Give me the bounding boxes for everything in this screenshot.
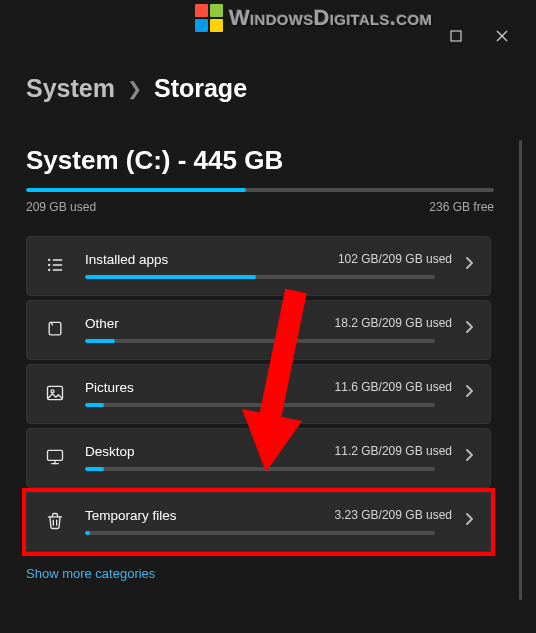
list-icon bbox=[43, 255, 67, 275]
chevron-right-icon bbox=[464, 448, 474, 466]
category-label: Pictures bbox=[85, 380, 134, 395]
category-usage-bar bbox=[85, 403, 435, 407]
category-temporary-files[interactable]: Temporary files3.23 GB/209 GB used bbox=[26, 492, 491, 552]
category-pictures[interactable]: Pictures11.6 GB/209 GB used bbox=[26, 364, 491, 424]
category-usage-label: 18.2 GB/209 GB used bbox=[335, 316, 452, 330]
folder-icon bbox=[43, 319, 67, 339]
close-button[interactable] bbox=[494, 28, 510, 44]
category-usage-label: 11.2 GB/209 GB used bbox=[335, 444, 452, 458]
svg-rect-0 bbox=[451, 31, 461, 41]
category-usage-bar bbox=[85, 531, 435, 535]
drive-title: System (C:) - 445 GB bbox=[26, 145, 510, 176]
chevron-right-icon bbox=[464, 384, 474, 402]
category-usage-bar bbox=[85, 275, 435, 279]
monitor-icon bbox=[43, 447, 67, 467]
drive-free-label: 236 GB free bbox=[429, 200, 494, 214]
svg-point-8 bbox=[51, 390, 54, 393]
category-label: Desktop bbox=[85, 444, 135, 459]
category-usage-label: 11.6 GB/209 GB used bbox=[335, 380, 452, 394]
category-desktop[interactable]: Desktop11.2 GB/209 GB used bbox=[26, 428, 491, 488]
chevron-right-icon bbox=[464, 256, 474, 274]
chevron-right-icon bbox=[464, 512, 474, 530]
category-other[interactable]: Other18.2 GB/209 GB used bbox=[26, 300, 491, 360]
category-label: Temporary files bbox=[85, 508, 177, 523]
category-usage-bar bbox=[85, 339, 435, 343]
svg-point-3 bbox=[48, 269, 50, 271]
category-label: Installed apps bbox=[85, 252, 168, 267]
chevron-right-icon bbox=[464, 320, 474, 338]
trash-icon bbox=[43, 511, 67, 531]
chevron-right-icon: ❯ bbox=[127, 78, 142, 100]
breadcrumb-prev[interactable]: System bbox=[26, 74, 115, 103]
svg-rect-7 bbox=[48, 386, 63, 399]
page-title: Storage bbox=[154, 74, 247, 103]
svg-rect-9 bbox=[48, 450, 63, 460]
category-usage-bar bbox=[85, 467, 435, 471]
category-label: Other bbox=[85, 316, 119, 331]
svg-point-2 bbox=[48, 264, 50, 266]
show-more-categories[interactable]: Show more categories bbox=[26, 566, 510, 581]
category-usage-label: 3.23 GB/209 GB used bbox=[335, 508, 452, 522]
svg-point-1 bbox=[48, 259, 50, 261]
drive-usage-bar bbox=[26, 188, 494, 192]
breadcrumb: System ❯ Storage bbox=[26, 74, 510, 103]
scrollbar[interactable] bbox=[519, 140, 522, 600]
category-usage-label: 102 GB/209 GB used bbox=[338, 252, 452, 266]
drive-used-label: 209 GB used bbox=[26, 200, 96, 214]
maximize-button[interactable] bbox=[448, 28, 464, 44]
picture-icon bbox=[43, 383, 67, 403]
category-installed-apps[interactable]: Installed apps102 GB/209 GB used bbox=[26, 236, 491, 296]
